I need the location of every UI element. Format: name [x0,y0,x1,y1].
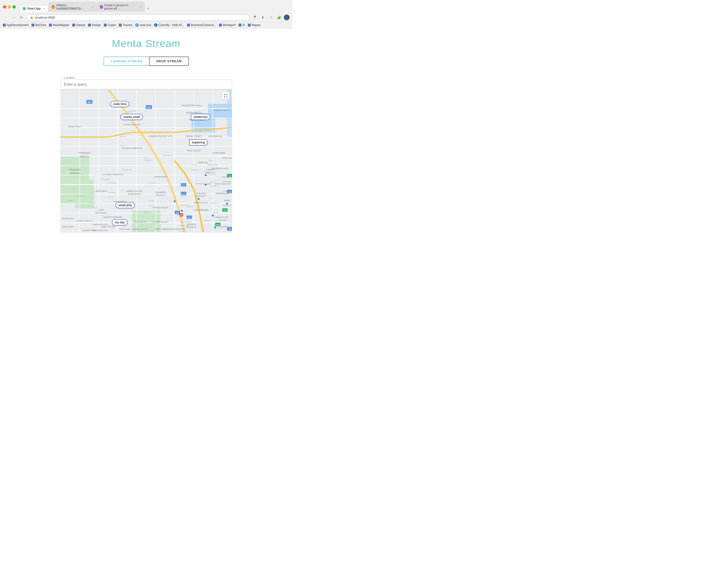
tab-close-react[interactable]: ✕ [43,7,45,10]
bookmark-mentaport[interactable]: Mentaport [219,23,236,27]
tab-pip[interactable]: P Create a picture-in-picture eff... ✕ [97,2,145,12]
svg-text:Geary Blvd: Geary Blvd [101,178,109,180]
svg-text:LONE: LONE [98,209,104,211]
tab-address[interactable]: A Address 0xaf9866339bfd75c... ✕ [49,2,96,12]
svg-text:GOLDEN PARK: GOLDEN PARK [62,218,74,219]
svg-text:POLK GULCH: POLK GULCH [187,149,201,152]
svg-point-140 [212,214,214,217]
svg-text:101: 101 [176,212,179,214]
title-bar: R React App ✕ A Address 0xaf9866339bfd75… [0,0,292,13]
reload-button[interactable]: ↻ [18,14,25,21]
share-icon[interactable]: ⬆ [260,14,266,21]
folder-icon [49,24,52,26]
marker-my-day[interactable]: my day [112,219,127,225]
svg-text:NOB HILL: NOB HILL [206,171,215,174]
bookmark-label: Calendly - Hello M... [158,23,184,27]
svg-text:Geary Blvd: Geary Blvd [108,182,117,184]
action-buttons: LOOKING STREAM DROP STREAM [0,57,292,66]
svg-text:INNER SUNSET: INNER SUNSET [62,226,74,228]
new-tab-button[interactable]: + [145,5,151,12]
svg-text:California St: California St [144,159,153,161]
bookmark-appdev[interactable]: AppDevelopment [3,23,29,27]
folder-icon [239,24,241,26]
map-expand-button[interactable] [222,92,229,99]
marker-small-jelly[interactable]: small jelly [115,202,135,208]
expand-icon [224,94,228,98]
svg-text:Church St: Church St [180,231,187,232]
svg-point-142 [226,202,228,205]
bookmarks-bar: AppDevelopment BeClose MaskMapper Startu… [0,22,292,28]
folder-icon [31,24,34,26]
bookmark-calendly[interactable]: C Calendly - Hello M... [154,23,184,27]
svg-text:MISSION: MISSION [187,223,196,225]
svg-text:Guerrero St: Guerrero St [180,225,188,226]
svg-text:Oak St: Oak St [149,204,154,206]
svg-text:CLARENDON HTS: CLARENDON HTS [92,223,108,225]
extensions-icon[interactable]: 🧩 [276,14,282,21]
address-bar: ← → ↻ 🔒 localhost:3000 📍 ⬆ ☆ 🧩 👤 [0,13,292,22]
close-button[interactable] [3,5,6,9]
maximize-button[interactable] [12,5,16,9]
marker-modernist[interactable]: modernist [191,114,210,120]
bookmark-star-icon[interactable]: ☆ [268,14,274,21]
profile-icon[interactable]: 👤 [284,15,290,20]
svg-text:TELEGRAPH HILL: TELEGRAPH HILL [181,104,202,107]
bookmark-maskmapper[interactable]: MaskMapper [49,23,69,27]
address-favicon: A [52,5,55,9]
marker-exploring[interactable]: exploring [189,139,208,145]
bookmark-beclose[interactable]: BeClose [31,23,46,27]
svg-text:MOUNTAIN: MOUNTAIN [95,212,107,214]
bookmark-label: AI [242,23,245,27]
nav-buttons: ← → ↻ [3,14,25,21]
location-icon[interactable]: 📍 [251,14,258,21]
svg-text:Masonic Ave: Masonic Ave [122,169,132,171]
bookmark-ai[interactable]: AI [239,23,245,27]
svg-text:PRESIDIO: PRESIDIO [79,151,90,154]
svg-point-138 [181,209,183,212]
svg-text:California St: California St [208,164,217,166]
svg-text:MINT HILL: MINT HILL [155,228,166,230]
app-title: Menta Stream [0,38,292,49]
svg-text:17th St: 17th St [89,193,94,194]
tab-react-app[interactable]: R React App ✕ [20,5,48,12]
tab-close-address[interactable]: ✕ [91,5,93,9]
svg-text:Mission St: Mission St [187,206,194,207]
map-container[interactable]: 101 101 MAIN POST PRESIDIO TERRACE PRESI… [60,89,232,232]
svg-text:TWIN PEAKS: TWIN PEAKS [119,228,131,230]
forward-button[interactable]: → [10,14,17,21]
bookmark-mapas[interactable]: Mapas [248,23,260,27]
svg-text:Folsom St: Folsom St [213,216,220,218]
svg-text:LOWER PACIFIC HTS: LOWER PACIFIC HTS [149,135,173,137]
bookmark-label: Startup [76,23,85,27]
minimize-button[interactable] [8,5,11,9]
looking-stream-button[interactable]: LOOKING STREAM [104,57,150,66]
bookmark-crypto[interactable]: Crypto [104,23,116,27]
drop-stream-button[interactable]: DROP STREAM [149,57,189,66]
bookmark-label: casa hoa [140,23,151,27]
tab-close-pip[interactable]: ✕ [139,5,141,9]
svg-text:BELDEN PLACE: BELDEN PLACE [212,167,228,170]
bookmark-businessconn[interactable]: BusinessConnecti... [187,23,216,27]
svg-text:Turk Blvd: Turk Blvd [108,192,115,193]
svg-text:PANHANDLE: PANHANDLE [128,193,141,195]
svg-text:Bryant St: Bryant St [218,226,224,228]
bookmark-design[interactable]: Design [88,23,101,27]
marker-code-time[interactable]: code time [110,101,129,107]
url-text: localhost:3000 [35,16,55,19]
svg-text:NORTH OF THE: NORTH OF THE [126,190,142,192]
bookmark-trauma[interactable]: Trauma [119,23,132,27]
svg-text:Clay St: Clay St [208,159,213,161]
svg-text:Howard St: Howard St [210,202,218,204]
folder-icon [187,24,190,26]
back-button[interactable]: ← [3,14,10,21]
svg-text:LAUREL HEIGHTS: LAUREL HEIGHTS [103,173,123,176]
bookmark-casahoa[interactable]: 8 casa hoa [135,23,151,27]
marker-manta-small[interactable]: manta small [120,114,143,120]
svg-text:Fulton St: Fulton St [89,202,96,204]
hoa-favicon: 8 [135,23,139,27]
svg-text:M: M [180,214,182,216]
bookmark-startup[interactable]: Startup [72,23,85,27]
location-input[interactable] [64,82,229,87]
location-input-wrapper [60,80,232,89]
url-bar[interactable]: 🔒 localhost:3000 [27,15,250,21]
